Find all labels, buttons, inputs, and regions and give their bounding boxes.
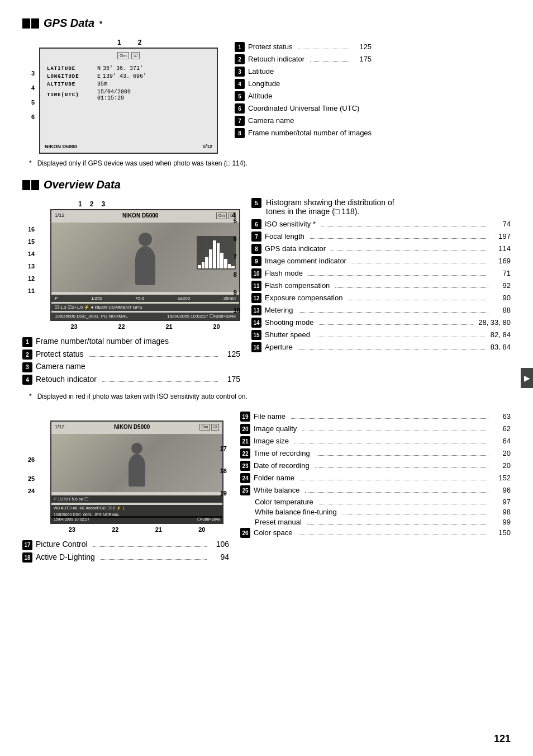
screen2-photo bbox=[51, 434, 222, 492]
list-item: 26 Color space 150 bbox=[240, 528, 511, 538]
bot-label-23: 23 bbox=[69, 526, 75, 533]
overview-left-panel: 1 2 3 4 16 15 14 13 12 11 5 6 7 8 bbox=[22, 198, 240, 387]
gps-section: GPS Data* 1 2 3 4 5 6 7 8 bbox=[22, 17, 511, 167]
list-item: 18 Active D-Lighting 94 bbox=[22, 552, 229, 563]
screen-top-bar: 1/12 NIKON D5000 Om ☑ bbox=[51, 212, 239, 219]
list-item-sub: Preset manual 99 bbox=[255, 518, 511, 526]
list-item: 6 Coordinated Universal Time (UTC) bbox=[235, 103, 372, 114]
list-item: 20 Image quality 62 bbox=[240, 424, 511, 434]
gps-screen-data: LATITUDE N 35' 36. 371' LONGITUDE E 139'… bbox=[40, 61, 217, 107]
overview-title: Overview Data bbox=[22, 178, 511, 191]
ov-left-11: 11 bbox=[28, 287, 35, 294]
overview-section: Overview Data 1 2 3 4 16 15 14 13 12 11 bbox=[22, 178, 511, 400]
person-silhouette-2 bbox=[123, 440, 151, 487]
ov-left-14: 14 bbox=[28, 251, 35, 257]
list-item-time-of-recording: 22 Time of recording 20 bbox=[240, 448, 511, 459]
list-item: 8 Frame number/total number of images bbox=[235, 128, 372, 138]
gps-note: * Displayed only if GPS device was used … bbox=[29, 159, 511, 167]
gps-screen-icons: Om ☑ bbox=[117, 52, 140, 59]
bot-left-24: 24 bbox=[28, 488, 35, 494]
bottom-left-items: 17 Picture Control 106 18 Active D-Light… bbox=[22, 540, 229, 563]
screen-bar3: 100D5000 DSC_0001. PG NORMAL 15/04/2009 … bbox=[51, 313, 239, 320]
screen2-bar4: 15/04/2009 10:02:27 ☐4288×2848 bbox=[51, 516, 222, 523]
gps-label-1: 1 bbox=[117, 39, 121, 46]
ov-left-15: 15 bbox=[28, 238, 35, 245]
gps-left-6: 6 bbox=[31, 114, 35, 120]
overview-note: * Displayed in red if photo was taken wi… bbox=[29, 393, 511, 400]
overview-right-items: 5 Histogram showing the distribution oft… bbox=[251, 198, 511, 387]
list-item: 3 Camera name bbox=[22, 362, 240, 372]
ov-left-13: 13 bbox=[28, 263, 35, 270]
section-icon bbox=[22, 18, 39, 29]
list-item: 14 Shooting mode 28, 33, 80 bbox=[251, 318, 511, 328]
gps-left-5: 5 bbox=[31, 99, 35, 106]
ov-bot-21: 21 bbox=[165, 323, 172, 330]
ov-bot-22: 22 bbox=[118, 323, 125, 330]
ov-top-3: 3 bbox=[101, 200, 105, 208]
list-item: 1 Frame number/total number of images bbox=[22, 337, 240, 347]
ov-left-16: 16 bbox=[28, 226, 35, 233]
ov-top-1: 1 bbox=[78, 200, 82, 208]
list-item: 3 Latitude bbox=[235, 67, 372, 77]
ov-right-10: 10 bbox=[234, 307, 240, 314]
list-item: 2 Retouch indicator 175 bbox=[235, 54, 372, 64]
list-item: 24 Folder name 152 bbox=[240, 473, 511, 483]
section-icon-2 bbox=[22, 180, 39, 190]
list-item: 17 Picture Control 106 bbox=[22, 540, 229, 550]
list-item: 4 Retouch indicator 175 bbox=[22, 375, 240, 385]
overview-content: 1 2 3 4 16 15 14 13 12 11 5 6 7 8 bbox=[22, 198, 511, 387]
ov-right-6: 6 bbox=[234, 235, 240, 242]
list-item: 25 White balance 96 bbox=[240, 485, 511, 495]
svg-rect-5 bbox=[129, 463, 145, 486]
list-item: 19 File name 63 bbox=[240, 412, 511, 422]
gps-list: 1 Protect status 125 2 Retouch indicator… bbox=[235, 36, 372, 154]
histogram bbox=[197, 236, 236, 270]
bot-left-25: 25 bbox=[28, 475, 35, 482]
gps-image-area: 1 2 3 4 5 6 7 8 Om ☑ bbox=[22, 36, 218, 154]
list-item: 21 Image size 64 bbox=[240, 436, 511, 446]
list-item: 7 Camera name bbox=[235, 116, 372, 126]
ov-right-5: 5 bbox=[234, 218, 240, 224]
list-item-sub: Color temperature 97 bbox=[255, 498, 511, 506]
list-item: 10 Flash mode 71 bbox=[251, 268, 511, 278]
person-silhouette bbox=[129, 229, 162, 285]
ov-left-12: 12 bbox=[28, 275, 35, 282]
gps-title: GPS Data* bbox=[22, 17, 511, 30]
list-item: 16 Aperture 83, 84 bbox=[251, 342, 511, 352]
list-item: 11 Flash compensation 92 bbox=[251, 281, 511, 291]
ov-right-7: 7 bbox=[234, 253, 240, 260]
list-item: 6 ISO sensitivity * 74 bbox=[251, 219, 511, 229]
screen-photo bbox=[51, 223, 239, 292]
gps-left-3: 3 bbox=[31, 70, 35, 77]
ov-top-2: 2 bbox=[90, 200, 94, 208]
list-item: 5 Altitude bbox=[235, 91, 372, 101]
list-item: 1 Protect status 125 bbox=[235, 42, 372, 52]
list-item: 8 GPS data indicator 114 bbox=[251, 244, 511, 254]
gps-content: 1 2 3 4 5 6 7 8 Om ☑ bbox=[22, 36, 511, 154]
nav-tab[interactable]: ▶ bbox=[521, 368, 533, 388]
bottom-section: 17 18 19 26 25 24 1/12 NIKON D5000 Om ☑ bbox=[22, 412, 511, 565]
screen2-bar1: P 1/250 F5.6 sø ☐ bbox=[51, 495, 222, 503]
list-item: 4 Longitude bbox=[235, 79, 372, 89]
bot-right-18: 18 bbox=[220, 467, 227, 474]
ov-bot-23: 23 bbox=[70, 323, 77, 330]
list-item: 5 Histogram showing the distribution oft… bbox=[251, 198, 511, 216]
ov-bot-20: 20 bbox=[213, 323, 220, 330]
bot-left-26: 26 bbox=[28, 456, 35, 463]
list-item: 2 Protect status 125 bbox=[22, 349, 240, 360]
list-item: 23 Date of recording 20 bbox=[240, 461, 511, 471]
bot-right-19: 19 bbox=[220, 490, 227, 497]
screen2-top: 1/12 NIKON D5000 Om ☑ bbox=[51, 424, 222, 431]
svg-point-0 bbox=[139, 233, 152, 246]
list-item: 9 Image comment indicator 169 bbox=[251, 256, 511, 266]
list-item: 15 Shutter speed 82, 84 bbox=[251, 330, 511, 340]
screen2-bar2: WB AUTO A6, M1 AdobeRGB ☐SD ⚡ L bbox=[51, 505, 222, 512]
list-item: 13 Metering 88 bbox=[251, 305, 511, 315]
gps-screen-bottom: NIKON D5000 1/12 bbox=[45, 144, 212, 149]
list-item: 12 Exposure compensation 90 bbox=[251, 293, 511, 303]
screen-bar2: ☑-1.3 ☑2+1.0 ⚡ ● REAR COMMENT GPS bbox=[51, 304, 239, 311]
bot-label-22: 22 bbox=[112, 526, 118, 533]
gps-screen: Om ☑ LATITUDE N 35' 36. 371' LONGITUDE E… bbox=[39, 48, 218, 154]
bot-label-20: 20 bbox=[198, 526, 205, 533]
ov-right-8: 8 bbox=[234, 271, 240, 278]
